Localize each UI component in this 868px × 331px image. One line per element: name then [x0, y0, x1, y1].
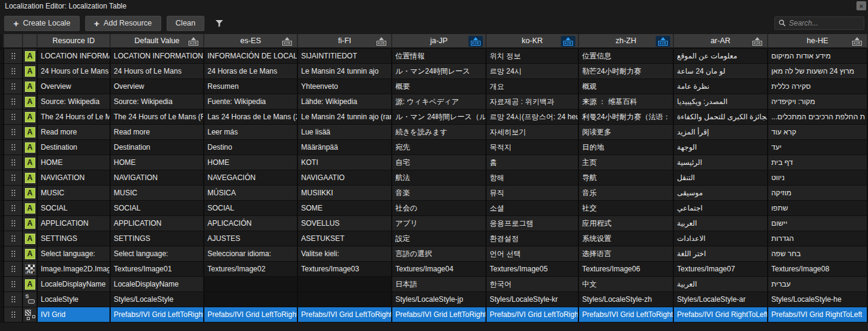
- cell-fi-FI[interactable]: Lue lisää: [298, 125, 392, 140]
- table-row[interactable]: ASETTINGSSETTINGSAJUSTESASETUKSET設定환경설정系…: [0, 231, 868, 246]
- table-row[interactable]: AThe 24 Hours of Le MThe 24 Hours of Le …: [0, 110, 868, 125]
- cell-resource-id[interactable]: SOCIAL: [38, 201, 111, 216]
- cell-ja-JP[interactable]: 概要: [392, 79, 487, 94]
- cell-zh-ZH[interactable]: 系统设置: [579, 231, 674, 246]
- cell-es-ES[interactable]: SOCIAL: [204, 201, 298, 216]
- kzb-export-icon[interactable]: K2B: [468, 36, 483, 47]
- column-header-es-ES[interactable]: es-ESK2B: [204, 34, 298, 49]
- cell-ar-AR[interactable]: Styles/LocaleStyle-ar: [674, 292, 768, 307]
- cell-ko-KR[interactable]: 뮤직: [487, 186, 579, 201]
- cell-fi-FI[interactable]: Lähde: Wikipedia: [298, 94, 392, 110]
- drag-handle[interactable]: [4, 231, 23, 246]
- cell-default-value[interactable]: Overview: [111, 79, 204, 94]
- cell-resource-id[interactable]: Destination: [38, 140, 111, 155]
- cell-fi-FI[interactable]: Le Mansin 24 tunnin ajo (ran: [298, 110, 392, 125]
- cell-ko-KR[interactable]: 언어 선택: [487, 246, 579, 262]
- table-row[interactable]: ARead moreRead moreLeer másLue lisää続きを読…: [0, 125, 868, 140]
- cell-zh-ZH[interactable]: 音乐: [579, 186, 674, 201]
- cell-he-HE[interactable]: Textures/Image08: [768, 262, 868, 277]
- cell-fi-FI[interactable]: NAVIGAATIO: [298, 170, 392, 186]
- cell-resource-id[interactable]: 24 Hours of Le Mans: [38, 64, 111, 79]
- cell-ja-JP[interactable]: 言語の選択: [392, 246, 487, 262]
- table-row[interactable]: A24 Hours of Le Mans24 Hours of Le Mans2…: [0, 64, 868, 79]
- drag-handle[interactable]: [4, 79, 23, 94]
- cell-ko-KR[interactable]: 응용프로그램: [487, 216, 579, 231]
- cell-zh-ZH[interactable]: 利曼24小时耐力赛（法语：: [579, 110, 674, 125]
- column-header-zh-ZH[interactable]: zh-ZHK2B: [579, 34, 674, 49]
- search-box[interactable]: [774, 16, 864, 30]
- cell-ja-JP[interactable]: アプリ: [392, 216, 487, 231]
- drag-handle[interactable]: [4, 307, 23, 322]
- cell-ko-KR[interactable]: 목적지: [487, 140, 579, 155]
- table-row[interactable]: SLocaleStyleStyles/LocaleStyleStyles/Loc…: [0, 292, 868, 307]
- cell-es-ES[interactable]: [204, 292, 298, 307]
- kzb-export-icon[interactable]: K2B: [186, 36, 201, 47]
- cell-fi-FI[interactable]: [298, 292, 392, 307]
- cell-zh-ZH[interactable]: 社交: [579, 201, 674, 216]
- cell-ko-KR[interactable]: 자세히보기: [487, 125, 579, 140]
- cell-es-ES[interactable]: Destino: [204, 140, 298, 155]
- cell-he-HE[interactable]: דף בית: [768, 155, 868, 170]
- cell-ar-AR[interactable]: اجتماعي: [674, 201, 768, 216]
- cell-he-HE[interactable]: ת החלפת הרכיבים המתכלים...: [768, 110, 868, 125]
- cell-es-ES[interactable]: APLICACIÓN: [204, 216, 298, 231]
- cell-fi-FI[interactable]: SOME: [298, 201, 392, 216]
- table-row[interactable]: ANAVIGATIONNAVIGATIONNAVEGACIÓNNAVIGAATI…: [0, 170, 868, 186]
- cell-zh-ZH[interactable]: 导航: [579, 170, 674, 186]
- cell-he-HE[interactable]: ניווט: [768, 170, 868, 186]
- cell-ko-KR[interactable]: 항해: [487, 170, 579, 186]
- cell-fi-FI[interactable]: SOVELLUS: [298, 216, 392, 231]
- cell-es-ES[interactable]: MÚSICA: [204, 186, 298, 201]
- cell-zh-ZH[interactable]: 主页: [579, 155, 674, 170]
- cell-he-HE[interactable]: מידע אודות המיקום: [768, 49, 868, 64]
- drag-handle[interactable]: [4, 292, 23, 307]
- cell-zh-ZH[interactable]: 阅读更多: [579, 125, 674, 140]
- cell-he-HE[interactable]: עברית: [768, 277, 868, 292]
- table-row[interactable]: AAPPLICATIONAPPLICATIONAPLICACIÓNSOVELLU…: [0, 216, 868, 231]
- cell-zh-ZH[interactable]: 位置信息: [579, 49, 674, 64]
- cell-fi-FI[interactable]: Textures/Image03: [298, 262, 392, 277]
- cell-ar-AR[interactable]: لو مان 24 ساعة: [674, 64, 768, 79]
- cell-es-ES[interactable]: Resumen: [204, 79, 298, 94]
- drag-handle[interactable]: [4, 216, 23, 231]
- cell-fi-FI[interactable]: KOTI: [298, 155, 392, 170]
- cell-ko-KR[interactable]: 르망 24시: [487, 64, 579, 79]
- cell-ko-KR[interactable]: 자료제공 : 위키백과: [487, 94, 579, 110]
- cell-es-ES[interactable]: Fuente: Wikipedia: [204, 94, 298, 110]
- cell-zh-ZH[interactable]: 来源 ： 维基百科: [579, 94, 674, 110]
- drag-handle[interactable]: [4, 110, 23, 125]
- kzb-export-icon[interactable]: K2B: [750, 36, 765, 47]
- cell-ko-KR[interactable]: 홈: [487, 155, 579, 170]
- cell-fi-FI[interactable]: Le Mansin 24 tunnin ajo: [298, 64, 392, 79]
- cell-he-HE[interactable]: מקור: ויקיפדיה: [768, 94, 868, 110]
- table-row[interactable]: IVI GridPrefabs/IVI Grid LeftToRightPref…: [0, 307, 868, 322]
- cell-es-ES[interactable]: Textures/Image02: [204, 262, 298, 277]
- cell-ja-JP[interactable]: 航法: [392, 170, 487, 186]
- cell-default-value[interactable]: LOCATION INFORMATION: [111, 49, 204, 64]
- cell-ja-JP[interactable]: 自宅: [392, 155, 487, 170]
- cell-ko-KR[interactable]: Styles/LocaleStyle-kr: [487, 292, 579, 307]
- drag-handle[interactable]: [4, 49, 23, 64]
- cell-ko-KR[interactable]: 위치 정보: [487, 49, 579, 64]
- cell-resource-id[interactable]: Image.Image2D.Imag: [38, 262, 111, 277]
- cell-ja-JP[interactable]: 源: ウィキペディア: [392, 94, 487, 110]
- table-row[interactable]: ASelect language:Select language:Selecci…: [0, 246, 868, 262]
- cell-ar-AR[interactable]: Prefabs/IVI Grid RightToLeft: [674, 307, 768, 322]
- drag-handle[interactable]: [4, 277, 23, 292]
- column-header-ar-AR[interactable]: ar-ARK2B: [674, 34, 768, 49]
- drag-handle[interactable]: [4, 186, 23, 201]
- kzb-export-icon[interactable]: K2B: [374, 36, 389, 47]
- cell-ko-KR[interactable]: 소셜: [487, 201, 579, 216]
- cell-zh-ZH[interactable]: 选择语言: [579, 246, 674, 262]
- create-locale-button[interactable]: + Create Locale: [4, 16, 80, 31]
- kzb-export-icon[interactable]: K2B: [561, 36, 575, 47]
- cell-ar-AR[interactable]: الاعدادات: [674, 231, 768, 246]
- table-row[interactable]: ADestinationDestinationDestinoMääränpää宛…: [0, 140, 868, 155]
- cell-default-value[interactable]: The 24 Hours of Le Mans (Fre: [111, 110, 204, 125]
- cell-ar-AR[interactable]: العربية: [674, 216, 768, 231]
- cell-ar-AR[interactable]: Textures/Image07: [674, 262, 768, 277]
- table-row[interactable]: TEXImage.Image2D.ImagTextures/Image01Tex…: [0, 262, 868, 277]
- drag-handle[interactable]: [4, 140, 23, 155]
- cell-default-value[interactable]: 24 Hours of Le Mans: [111, 64, 204, 79]
- cell-zh-ZH[interactable]: 中文: [579, 277, 674, 292]
